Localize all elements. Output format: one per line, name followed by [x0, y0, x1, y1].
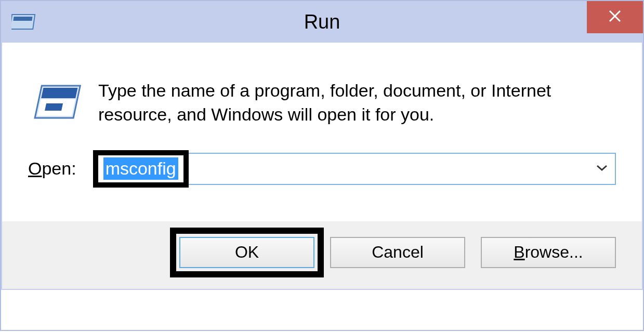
annotation-input-highlight: msconfig	[93, 150, 189, 188]
chevron-down-icon	[596, 164, 608, 174]
info-row: Type the name of a program, folder, docu…	[28, 79, 616, 127]
open-input[interactable]: msconfig	[98, 154, 589, 184]
close-button[interactable]	[587, 1, 643, 33]
open-combobox[interactable]: msconfig	[97, 153, 616, 185]
combobox-dropdown-button[interactable]	[589, 154, 615, 184]
open-label: Open:	[28, 158, 76, 179]
cancel-button[interactable]: Cancel	[330, 237, 465, 268]
svg-rect-7	[45, 103, 63, 111]
browse-button[interactable]: Browse...	[481, 237, 616, 268]
titlebar[interactable]: Run	[1, 1, 643, 43]
ok-button[interactable]: OK	[179, 237, 314, 268]
svg-rect-5	[41, 88, 77, 98]
description-text: Type the name of a program, folder, docu…	[98, 79, 616, 127]
annotation-ok-highlight: OK	[170, 228, 324, 277]
window-title: Run	[304, 11, 340, 33]
run-dialog: Run Type the	[0, 0, 644, 331]
content-area: Type the name of a program, folder, docu…	[1, 43, 643, 221]
svg-rect-1	[13, 17, 32, 21]
close-icon	[608, 9, 622, 25]
run-icon	[33, 82, 83, 126]
input-row: Open: msconfig	[28, 153, 616, 185]
open-input-value: msconfig	[103, 157, 178, 180]
button-bar: OK Cancel Browse...	[1, 221, 643, 290]
run-titlebar-icon	[11, 11, 36, 32]
